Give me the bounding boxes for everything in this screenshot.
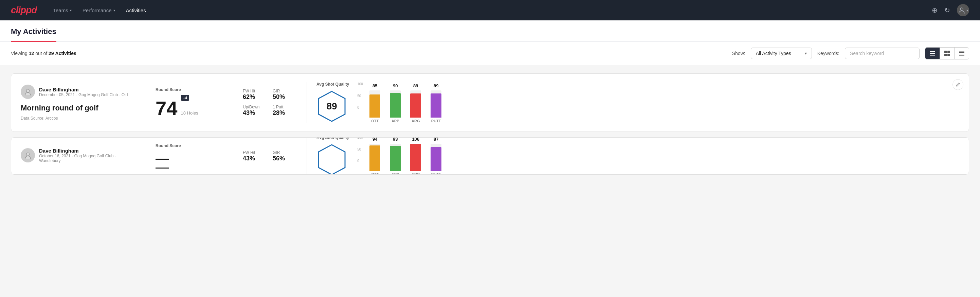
bars-container: 85 OTT 90 APP xyxy=(369,82,459,123)
avg-shot-quality-section: Avg Shot Quality 100 50 0 94 xyxy=(317,137,459,175)
svg-rect-11 xyxy=(959,55,964,56)
viewing-count-text: Viewing 12 out of 29 Activities xyxy=(11,51,76,56)
svg-rect-8 xyxy=(959,51,964,52)
chevron-down-icon: ▾ xyxy=(966,8,968,12)
bars-container: 94 OTT 93 APP xyxy=(369,137,459,175)
stat-gir: GIR 56% xyxy=(273,150,297,162)
activity-card: Dave Billingham December 05, 2021 - Gog … xyxy=(11,73,969,132)
quality-left: Avg Shot Quality 89 xyxy=(317,82,349,123)
activity-type-select[interactable]: All Activity Types ▾ xyxy=(751,48,812,59)
activity-title: Morning round of golf xyxy=(21,104,136,112)
user-profile-icon[interactable]: ▾ xyxy=(957,4,969,16)
stat-updown: Up/Down 43% xyxy=(243,105,267,117)
divider xyxy=(307,82,307,123)
chevron-down-icon: ▾ xyxy=(70,8,72,12)
logo[interactable]: clippd xyxy=(11,5,37,16)
activity-date: December 05, 2021 - Gog Magog Golf Club … xyxy=(39,93,128,97)
chevron-down-icon: ▾ xyxy=(113,8,115,12)
divider xyxy=(146,82,146,123)
nav-activities[interactable]: Activities xyxy=(126,2,146,19)
svg-rect-1 xyxy=(930,51,935,52)
list-expanded-view-button[interactable] xyxy=(955,48,969,59)
quality-bars: 100 50 0 85 OTT xyxy=(357,82,459,123)
refresh-icon[interactable]: ↻ xyxy=(944,6,950,14)
stat-fw-hit: FW Hit 43% xyxy=(243,150,267,162)
user-name: Dave Billingham xyxy=(39,87,128,93)
divider xyxy=(307,137,307,175)
avg-shot-quality-section: Avg Shot Quality 89 100 50 0 xyxy=(317,82,459,123)
score-row: 74 +4 18 Holes xyxy=(156,95,223,118)
hexagon-container xyxy=(317,143,347,175)
avg-shot-quality-label: Avg Shot Quality xyxy=(317,137,349,140)
add-circle-icon[interactable]: ⊕ xyxy=(932,6,937,14)
svg-point-14 xyxy=(27,153,30,156)
card-left: Dave Billingham December 05, 2021 - Gog … xyxy=(21,85,136,121)
page-header: My Activities xyxy=(0,21,980,42)
show-label: Show: xyxy=(732,51,745,56)
edit-button[interactable] xyxy=(953,79,963,90)
bar-arg: 106 ARG xyxy=(410,137,421,175)
activity-card: Dave Billingham October 16, 2021 - Gog M… xyxy=(11,137,969,175)
list-condensed-view-button[interactable] xyxy=(925,48,940,59)
svg-rect-7 xyxy=(947,54,950,56)
activities-list: Dave Billingham December 05, 2021 - Gog … xyxy=(0,65,980,183)
avatar xyxy=(21,85,35,99)
chart-y-labels: 100 50 0 xyxy=(357,137,363,163)
score-value-partial: — xyxy=(156,151,169,169)
card-user-row: Dave Billingham December 05, 2021 - Gog … xyxy=(21,85,136,99)
stats-section: FW Hit 43% GIR 56% xyxy=(243,150,297,162)
keywords-label: Keywords: xyxy=(817,51,839,56)
activity-type-value: All Activity Types xyxy=(756,51,802,56)
card-user-info: Dave Billingham December 05, 2021 - Gog … xyxy=(39,87,128,97)
activity-date: October 16, 2021 - Gog Magog Golf Club -… xyxy=(39,153,136,163)
page-title: My Activities xyxy=(11,21,56,42)
stats-section: FW Hit 62% GIR 50% Up/Down 43% 1 Putt 28… xyxy=(243,89,297,117)
round-score-label: Round Score xyxy=(156,87,223,92)
bar-ott: 94 OTT xyxy=(369,137,380,175)
nav-performance[interactable]: Performance ▾ xyxy=(83,2,115,19)
stats-grid: FW Hit 43% GIR 56% xyxy=(243,150,297,162)
svg-rect-3 xyxy=(930,55,935,56)
user-name: Dave Billingham xyxy=(39,148,136,153)
bar-arg: 89 ARG xyxy=(410,83,421,123)
nav-teams[interactable]: Teams ▾ xyxy=(53,2,71,19)
round-score-label: Round Score xyxy=(156,144,223,148)
svg-rect-10 xyxy=(959,54,964,54)
bar-putt: 87 PUTT xyxy=(431,137,441,175)
svg-rect-5 xyxy=(947,51,950,53)
svg-rect-9 xyxy=(959,52,964,53)
filters-bar: Viewing 12 out of 29 Activities Show: Al… xyxy=(0,42,980,65)
svg-rect-4 xyxy=(944,51,947,53)
svg-marker-15 xyxy=(318,145,345,175)
search-input[interactable] xyxy=(845,48,920,59)
divider xyxy=(233,137,233,175)
score-badge: +4 xyxy=(181,95,189,101)
card-user-info: Dave Billingham October 16, 2021 - Gog M… xyxy=(39,148,136,163)
chart-wrapper: 100 50 0 94 OTT 93 xyxy=(357,137,459,175)
filters-right: Show: All Activity Types ▾ Keywords: xyxy=(732,47,969,59)
navbar: clippd Teams ▾ Performance ▾ Activities … xyxy=(0,0,980,21)
avatar xyxy=(21,148,35,163)
chart-wrapper: 100 50 0 85 OTT xyxy=(357,82,459,123)
stat-fw-hit: FW Hit 62% xyxy=(243,89,267,101)
chevron-down-icon: ▾ xyxy=(805,51,807,56)
card-left: Dave Billingham October 16, 2021 - Gog M… xyxy=(21,148,136,164)
round-score-section: Round Score 74 +4 18 Holes xyxy=(156,87,223,118)
stat-gir: GIR 50% xyxy=(273,89,297,101)
divider xyxy=(146,137,146,175)
bar-putt: 89 PUTT xyxy=(431,83,441,123)
round-score-section: Round Score — xyxy=(156,144,223,169)
stat-1putt: 1 Putt 28% xyxy=(273,105,297,117)
stats-grid: FW Hit 62% GIR 50% Up/Down 43% 1 Putt 28… xyxy=(243,89,297,117)
score-row: — xyxy=(156,151,223,169)
svg-point-12 xyxy=(27,89,30,93)
grid-view-button[interactable] xyxy=(940,48,955,59)
chart-y-labels: 100 50 0 xyxy=(357,82,363,109)
svg-rect-2 xyxy=(930,53,935,54)
navbar-right: ⊕ ↻ ▾ xyxy=(932,4,969,16)
data-source: Data Source: Arccos xyxy=(21,116,136,121)
view-toggle-group xyxy=(925,47,969,59)
bar-ott: 85 OTT xyxy=(369,83,380,123)
quality-bars: 100 50 0 94 OTT 93 xyxy=(357,137,459,175)
avg-shot-quality-label: Avg Shot Quality xyxy=(317,82,349,87)
